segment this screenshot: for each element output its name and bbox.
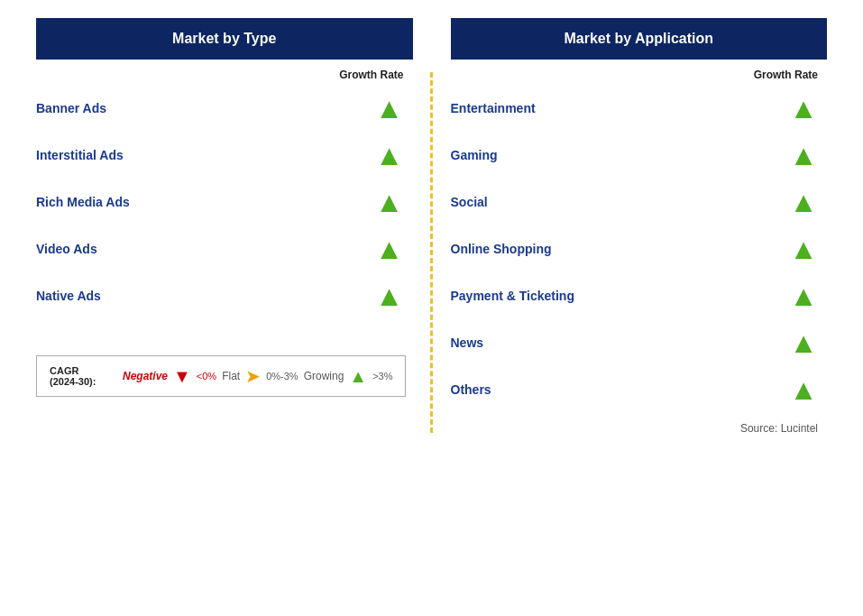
- item-label: Entertainment: [451, 101, 536, 115]
- arrow-up-icon: ▲: [789, 94, 818, 123]
- legend-negative-label: Negative: [123, 370, 168, 382]
- arrow-down-icon: ▼: [173, 366, 191, 387]
- table-row: Gaming ▲: [451, 132, 828, 179]
- arrow-up-icon: ▲: [375, 281, 404, 310]
- legend-box: CAGR (2024-30): Negative ▼ <0% Flat ➤ 0%…: [36, 355, 406, 397]
- table-row: News ▲: [451, 319, 828, 366]
- table-row: Others ▲: [451, 366, 828, 413]
- arrow-up-icon: ▲: [375, 94, 404, 123]
- arrow-up-icon: ▲: [789, 281, 818, 310]
- table-row: Entertainment ▲: [451, 85, 828, 132]
- arrow-up-icon: ▲: [375, 141, 404, 170]
- table-row: Video Ads ▲: [36, 225, 413, 272]
- legend-growing-value: >3%: [372, 371, 392, 382]
- right-growth-rate-row: Growth Rate: [451, 69, 828, 81]
- item-label: Online Shopping: [451, 242, 552, 256]
- arrow-up-icon: ▲: [789, 141, 818, 170]
- item-label: Banner Ads: [36, 101, 106, 115]
- arrow-up-icon: ▲: [789, 234, 818, 263]
- item-label: Native Ads: [36, 289, 101, 303]
- table-row: Banner Ads ▲: [36, 85, 413, 132]
- arrow-up-icon: ▲: [375, 234, 404, 263]
- item-label: Interstitial Ads: [36, 148, 124, 162]
- arrow-up-icon: ▲: [789, 375, 818, 404]
- right-panel: Market by Application Growth Rate Entert…: [433, 18, 846, 435]
- legend-cagr-label: CAGR (2024-30):: [50, 365, 117, 387]
- left-panel: Market by Type Growth Rate Banner Ads ▲ …: [18, 18, 431, 435]
- item-label: Rich Media Ads: [36, 195, 130, 209]
- table-row: Interstitial Ads ▲: [36, 132, 413, 179]
- table-row: Social ▲: [451, 179, 828, 225]
- left-panel-header: Market by Type: [36, 18, 413, 60]
- arrow-up-icon: ▲: [375, 188, 404, 216]
- legend-negative-value: <0%: [197, 371, 216, 382]
- right-panel-header: Market by Application: [451, 18, 828, 60]
- main-container: Market by Type Growth Rate Banner Ads ▲ …: [18, 18, 845, 435]
- legend-growing-label: Growing: [304, 370, 344, 382]
- table-row: Online Shopping ▲: [451, 225, 828, 272]
- item-label: Payment & Ticketing: [451, 289, 574, 303]
- arrow-right-icon: ➤: [245, 365, 261, 387]
- right-growth-rate-label: Growth Rate: [754, 69, 818, 81]
- source-label: Source: Lucintel: [740, 422, 818, 435]
- table-row: Native Ads ▲: [36, 272, 413, 319]
- left-growth-rate-row: Growth Rate: [36, 69, 413, 81]
- item-label: Social: [451, 195, 488, 209]
- table-row: Payment & Ticketing ▲: [451, 272, 828, 319]
- legend-flat-value: 0%-3%: [266, 371, 298, 382]
- left-growth-rate-label: Growth Rate: [339, 69, 403, 81]
- table-row: Rich Media Ads ▲: [36, 179, 413, 225]
- item-label: Gaming: [451, 148, 498, 162]
- item-label: News: [451, 336, 484, 350]
- arrow-up-icon: ▲: [789, 188, 818, 216]
- arrow-up-green-icon: ▲: [349, 366, 367, 387]
- item-label: Video Ads: [36, 242, 97, 256]
- arrow-up-icon: ▲: [789, 328, 818, 357]
- item-label: Others: [451, 382, 491, 397]
- legend-flat-label: Flat: [222, 370, 240, 382]
